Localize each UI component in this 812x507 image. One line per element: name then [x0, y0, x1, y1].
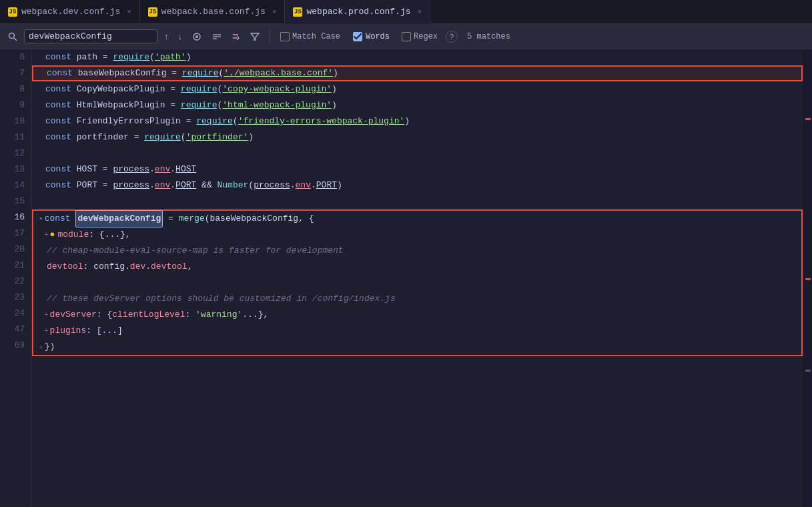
tab-label-2: webpack.base.conf.js	[161, 7, 266, 17]
svg-point-0	[9, 33, 15, 38]
code-line-6: const path = require('path')	[32, 49, 803, 65]
filter-button[interactable]	[248, 31, 262, 43]
line-numbers: 6 7 8 9 10 11 12 13 14 15 16 17 20 21 22…	[0, 49, 32, 507]
tab-js-icon-1: JS	[8, 7, 17, 17]
select-all-button[interactable]	[189, 31, 205, 43]
ln-24: 24	[0, 306, 31, 322]
code-line-20: // cheap-module-eval-source-map is faste…	[33, 243, 801, 259]
tab-webpack-base[interactable]: JS webpack.base.conf.js ×	[140, 0, 286, 24]
ln-13: 13	[0, 161, 31, 177]
tab-label-3: webpack.prod.conf.js	[306, 7, 410, 17]
code-line-22	[33, 275, 801, 291]
ln-7: 7	[0, 65, 31, 81]
fold-icon-69[interactable]: ▵	[39, 339, 43, 355]
fold-icon-17[interactable]: +	[44, 227, 49, 243]
code-content[interactable]: const path = require('path') const baseW…	[32, 49, 803, 507]
ln-6: 6	[0, 49, 31, 65]
code-line-21: devtool: config.dev.devtool,	[33, 259, 801, 275]
code-line-10: const FriendlyErrorsPlugin = require('fr…	[32, 113, 803, 129]
ln-69: 69	[0, 338, 31, 354]
code-line-47: +plugins: [...]	[33, 323, 801, 339]
code-line-16: ▾const devWebpackConfig = merge(baseWebp…	[33, 211, 801, 227]
tab-js-icon-3: JS	[293, 7, 302, 17]
tab-close-1[interactable]: ×	[127, 8, 131, 16]
ln-23: 23	[0, 290, 31, 306]
replace-button[interactable]	[229, 31, 244, 43]
svg-line-1	[14, 38, 17, 41]
tab-webpack-dev[interactable]: JS webpack.dev.conf.js ×	[0, 0, 140, 24]
matches-count: 5 matches	[467, 32, 510, 41]
ln-22: 22	[0, 274, 31, 290]
ln-9: 9	[0, 97, 31, 113]
fold-icon-16[interactable]: ▾	[39, 211, 43, 227]
code-line-24: +devServer: {clientLogLevel: 'warning'..…	[33, 307, 801, 323]
code-line-15	[32, 193, 803, 209]
tab-bar: JS webpack.dev.conf.js × JS webpack.base…	[0, 0, 812, 24]
code-line-69: ▵})	[33, 339, 801, 355]
code-line-8: const CopyWebpackPlugin = require('copy-…	[32, 81, 803, 97]
next-match-button[interactable]: ↓	[175, 30, 185, 43]
code-line-9: const HtmlWebpackPlugin = require('html-…	[32, 97, 803, 113]
match-case-option[interactable]: Match Case	[276, 31, 344, 43]
fold-icon-47[interactable]: +	[44, 323, 49, 339]
ln-47: 47	[0, 322, 31, 338]
match-case-checkbox[interactable]	[280, 32, 290, 41]
ln-20: 20	[0, 241, 31, 258]
ln-17: 17	[0, 225, 31, 241]
svg-marker-9	[251, 33, 259, 40]
code-line-12	[32, 145, 803, 161]
ln-8: 8	[0, 81, 31, 97]
tab-close-2[interactable]: ×	[272, 8, 277, 16]
code-line-11: const portfinder = require('portfinder')	[32, 129, 803, 145]
fold-icon-24[interactable]: +	[44, 307, 49, 323]
block-region: ▾const devWebpackConfig = merge(baseWebp…	[32, 209, 803, 356]
words-option[interactable]: Words	[348, 30, 394, 43]
tab-js-icon-2: JS	[148, 7, 157, 17]
help-button[interactable]: ?	[446, 31, 458, 43]
separator-1	[269, 30, 270, 43]
code-line-23: // these devServer options should be cus…	[33, 291, 801, 307]
search-input-wrapper	[24, 29, 157, 43]
prev-match-button[interactable]: ↑	[161, 30, 171, 43]
search-input[interactable]	[29, 31, 135, 41]
ln-15: 15	[0, 193, 31, 209]
code-line-13: const HOST = process.env.HOST	[32, 161, 803, 177]
regex-checkbox[interactable]	[402, 32, 411, 41]
code-line-14: const PORT = process.env.PORT && Number(…	[32, 177, 803, 193]
ln-11: 11	[0, 129, 31, 145]
code-line-7: const baseWebpackConfig = require('./web…	[32, 65, 803, 81]
search-bar: ↑ ↓ Match Case	[0, 24, 812, 49]
tab-label-1: webpack.dev.conf.js	[21, 7, 120, 17]
ln-16: 16	[0, 209, 31, 225]
words-label: Words	[366, 32, 390, 41]
tab-close-3[interactable]: ×	[418, 8, 422, 16]
code-line-17: +●module: {...},	[33, 227, 801, 243]
regex-option[interactable]: Regex	[398, 31, 442, 43]
match-case-label: Match Case	[292, 32, 340, 41]
code-area: 6 7 8 9 10 11 12 13 14 15 16 17 20 21 22…	[0, 49, 812, 507]
ln-10: 10	[0, 113, 31, 129]
toggle-button[interactable]	[209, 31, 225, 43]
svg-point-3	[195, 35, 198, 38]
scrollbar[interactable]	[803, 49, 812, 507]
ln-21: 21	[0, 258, 31, 274]
ln-14: 14	[0, 177, 31, 193]
ln-12: 12	[0, 145, 31, 161]
search-expand-button[interactable]	[5, 31, 20, 43]
tab-webpack-prod[interactable]: JS webpack.prod.conf.js ×	[285, 0, 430, 24]
regex-label: Regex	[414, 32, 438, 41]
